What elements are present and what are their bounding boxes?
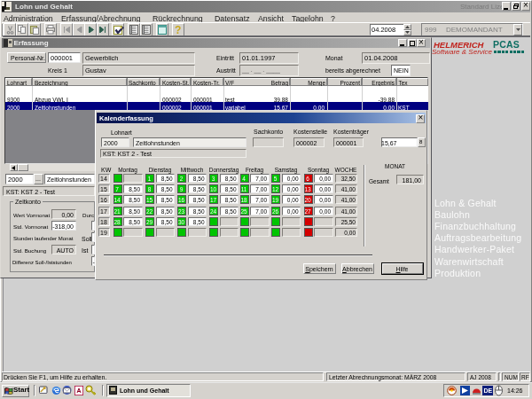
svg-text:?: ? [175,24,181,35]
